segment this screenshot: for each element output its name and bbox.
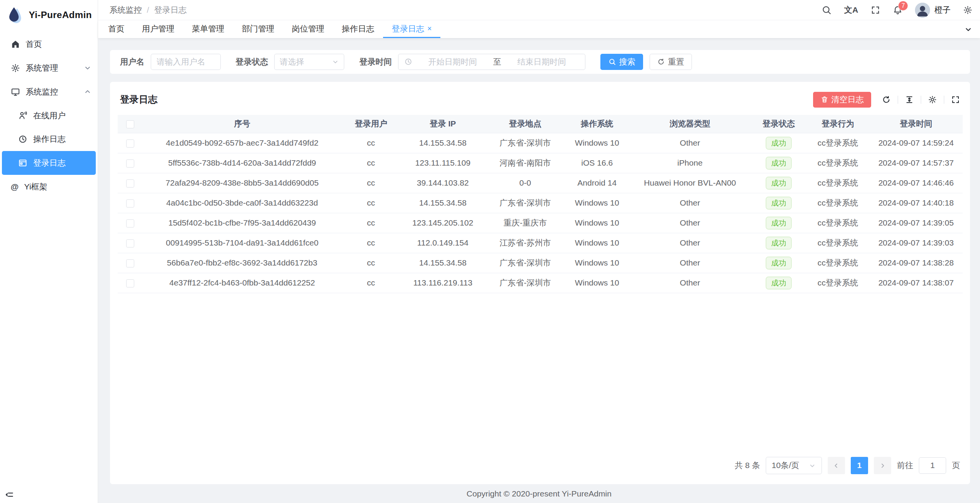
cell-ip: 14.155.34.58 [400,193,485,213]
login-status-select[interactable]: 请选择 [274,54,344,70]
login-log-card: 登录日志 清空日志 [110,82,970,484]
cell-user: cc [342,213,401,233]
status-badge: 成功 [766,277,792,289]
notification-bell-icon[interactable]: 7 [893,5,903,15]
column-settings-gear-icon[interactable] [928,95,937,104]
cell-behavior: cc登录系统 [806,273,870,293]
page-number-current[interactable]: 1 [851,457,868,475]
row-checkbox[interactable] [126,199,134,208]
sidebar-item-label: 首页 [26,39,42,50]
row-checkbox[interactable] [126,179,134,188]
row-density-icon[interactable] [905,95,914,104]
sidebar-item-home[interactable]: 首页 [0,33,98,56]
tabbar: 首页用户管理菜单管理部门管理岗位管理操作日志登录日志× [98,20,980,38]
cell-id: 4a04c1bc-0d50-3bde-ca0f-3a14dd63223d [143,193,341,213]
toolbar-divider [921,96,922,104]
col-header-status: 登录状态 [751,115,806,133]
monitor-icon [11,87,20,96]
cell-browser: Other [629,213,752,233]
sidebar-item-system-management[interactable]: 系统管理 [0,56,98,80]
range-separator: 至 [493,56,501,67]
page-size-select[interactable]: 10条/页 [766,457,822,475]
tab-item[interactable]: 操作日志 [333,20,383,38]
tab-item[interactable]: 部门管理 [233,20,283,38]
row-checkbox[interactable] [126,239,134,247]
row-checkbox[interactable] [126,219,134,227]
login-log-icon [18,158,27,168]
tab-label: 部门管理 [242,23,274,34]
cell-user: cc [342,133,401,153]
username-label: 用户名 [120,56,144,67]
cell-behavior: cc登录系统 [806,213,870,233]
reset-button-label: 重置 [668,56,684,67]
fullscreen-icon[interactable] [871,5,880,15]
search-button-label: 搜索 [619,56,635,67]
sidebar-item-system-monitor[interactable]: 系统监控 [0,80,98,104]
cell-os: Windows 10 [565,253,629,273]
cell-ip: 14.155.34.58 [400,133,485,153]
refresh-icon[interactable] [882,95,891,104]
toolbar-divider [898,96,898,104]
sidebar-collapse-icon[interactable] [5,490,14,499]
cell-user: cc [342,233,401,253]
cell-time: 2024-09-07 14:38:28 [870,253,963,273]
login-time-label: 登录时间 [359,56,392,67]
table-fullscreen-icon[interactable] [951,95,960,104]
sidebar-item-operation-logs[interactable]: 操作日志 [0,128,98,151]
row-checkbox[interactable] [126,259,134,267]
card-toolbar: 清空日志 [813,92,960,108]
row-checkbox[interactable] [126,139,134,148]
cell-time: 2024-09-07 14:39:05 [870,213,963,233]
tabs-more-chevron-down-icon[interactable] [958,20,979,38]
cell-os: Windows 10 [565,133,629,153]
table-header-row: 序号 登录用户 登录 IP 登录地点 操作系统 浏览器类型 登录状态 登录行为 … [118,115,963,133]
login-time-range-picker[interactable]: 开始日期时间 至 结束日期时间 [398,54,586,70]
search-icon[interactable] [822,5,832,15]
table-row: 00914995-513b-7104-da91-3a14dd61fce0 cc … [118,233,963,253]
settings-gear-icon[interactable] [963,5,972,15]
goto-page-input[interactable] [919,457,947,474]
translate-icon[interactable]: 文A [844,5,858,15]
sidebar-menu: 首页 系统管理 系统监控 [0,30,98,503]
select-all-checkbox[interactable] [126,120,134,128]
tab-item[interactable]: 用户管理 [133,20,183,38]
sidebar-item-yi-framework[interactable]: @ Yi框架 [0,175,98,199]
cell-browser: Other [629,133,752,153]
cell-behavior: cc登录系统 [806,173,870,193]
sidebar-item-label: 系统监控 [26,86,58,97]
tab-item[interactable]: 菜单管理 [183,20,233,38]
status-badge: 成功 [766,177,792,189]
username-input[interactable] [151,54,221,70]
tab-close-icon[interactable]: × [427,25,432,33]
tab-label: 用户管理 [142,23,174,34]
search-button[interactable]: 搜索 [600,54,643,70]
topbar-actions: 文A 7 橙子 [822,3,972,18]
clear-logs-label: 清空日志 [831,94,863,105]
sidebar-item-label: 操作日志 [33,134,65,144]
row-checkbox[interactable] [126,159,134,168]
breadcrumb-level1[interactable]: 系统监控 [109,5,142,15]
main-area: 系统监控 / 登录日志 文A 7 [98,0,980,503]
logo[interactable]: Yi-PureAdmin [0,0,98,30]
user-menu[interactable]: 橙子 [915,3,951,18]
tab-label: 操作日志 [342,23,374,34]
tab-item[interactable]: 岗位管理 [283,20,333,38]
reset-button[interactable]: 重置 [650,54,692,70]
tab-item[interactable]: 登录日志× [383,20,440,38]
prev-page-button[interactable] [828,457,845,475]
clear-logs-button[interactable]: 清空日志 [813,92,871,108]
app-window: Yi-PureAdmin 首页 系统管理 [0,0,980,503]
sidebar-item-login-logs[interactable]: 登录日志 [2,151,96,175]
cell-time: 2024-09-07 14:59:24 [870,133,963,153]
cell-id: 4e1d0549-b092-657b-aec7-3a14dd749fd2 [143,133,341,153]
sidebar: Yi-PureAdmin 首页 系统管理 [0,0,98,503]
search-form: 用户名 登录状态 请选择 登录时间 开始日期时间 至 结束日期时间 [110,50,970,74]
home-icon [11,40,20,49]
next-page-button[interactable] [874,457,892,475]
status-badge: 成功 [766,157,792,169]
tab-item[interactable]: 首页 [99,20,133,38]
tab-label: 登录日志 [392,23,424,34]
sidebar-item-online-users[interactable]: 在线用户 [0,104,98,128]
toolbar-divider [944,96,945,104]
row-checkbox[interactable] [126,279,134,287]
